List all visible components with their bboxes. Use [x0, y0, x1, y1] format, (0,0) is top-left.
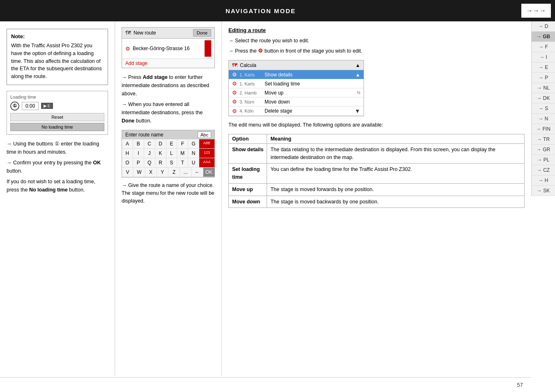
note-box: Note: With the Traffic Assist Pro Z302 y… — [7, 29, 108, 85]
row5-label: Delete stage — [265, 108, 352, 114]
key-G[interactable]: G — [188, 139, 199, 148]
right-nav-item[interactable]: → H — [532, 175, 555, 186]
right-nav-item[interactable]: → S — [532, 104, 555, 114]
page-title: NAVIGATION MODE — [0, 7, 521, 14]
key-Z[interactable]: Z — [168, 168, 180, 177]
key-P[interactable]: P — [133, 158, 144, 167]
row3-icon: ⚙ — [232, 90, 237, 96]
mid-instruction-1: → Press Add stage to enter further inter… — [122, 73, 215, 98]
meaning-set-loading: You can define the loading time for the … — [267, 164, 525, 184]
edit-menu-row-1[interactable]: ⚙ 1. Karls Show details ▲ — [229, 70, 364, 79]
right-nav-item[interactable]: → F — [532, 42, 555, 52]
mid-instructions: → Press Add stage to enter further inter… — [122, 73, 215, 125]
right-nav-item[interactable]: → FIN — [532, 124, 555, 134]
right-sidebar-nav: → D→ GB→ F→ I→ E→ P→ NL→ DK→ S→ N→ FIN→ … — [531, 21, 555, 196]
right-nav-item[interactable]: → I — [532, 52, 555, 62]
right-nav-item[interactable]: → GB — [532, 32, 555, 42]
edit-menu-row-2[interactable]: ⚙ 1. Karls Set loading time — [229, 79, 364, 88]
edit-menu-row-4[interactable]: ⚙ 3. Nürn Move down — [229, 97, 364, 106]
note-text: With the Traffic Assist Pro Z302 you hav… — [11, 42, 104, 81]
left-column: Note: With the Traffic Assist Pro Z302 y… — [0, 21, 115, 376]
key-V[interactable]: V — [122, 168, 134, 177]
keyboard-row-2: H I J K L M N 123 — [122, 149, 214, 158]
edit-menu-widget: 🗺 Calcula ▲ ⚙ 1. Karls Show details ▲ ⚙ … — [228, 60, 364, 116]
main-content: Note: With the Traffic Assist Pro Z302 y… — [0, 21, 531, 376]
key-K[interactable]: K — [155, 149, 166, 158]
key-F[interactable]: F — [177, 139, 188, 148]
key-B[interactable]: B — [133, 139, 144, 148]
desc-text: The edit menu will be displayed. The fol… — [228, 121, 525, 129]
right-nav-item[interactable]: → P — [532, 73, 555, 83]
row4-label: Move down — [265, 99, 360, 105]
key-J[interactable]: J — [144, 149, 155, 158]
editing-instructions: → Select the route you wish to edit. → P… — [228, 37, 525, 55]
edit-header-text: Calcula — [240, 62, 256, 68]
row2-addr: 1. Karls — [240, 81, 262, 86]
key-E[interactable]: E — [166, 139, 177, 148]
edit-menu-row-3[interactable]: ⚙ 2. Hamb Move up ½ — [229, 88, 364, 97]
row5-addr: 4. Köln — [240, 108, 262, 113]
row2-label: Set loading time — [265, 81, 360, 87]
right-nav-item[interactable]: → PL — [532, 155, 555, 165]
key-abc-special[interactable]: ABE — [199, 139, 214, 148]
right-nav-item[interactable]: → D — [532, 21, 555, 32]
key-L[interactable]: L — [166, 149, 177, 158]
keyboard-widget: Enter route name Abc A B C D E F G ABE H… — [122, 130, 215, 178]
loading-widget-title: Loading time — [10, 95, 104, 99]
key-C[interactable]: C — [144, 139, 155, 148]
right-nav-item[interactable]: → DK — [532, 93, 555, 104]
right-nav-item[interactable]: → SK — [532, 186, 555, 196]
key-R[interactable]: R — [155, 158, 166, 167]
right-nav-item[interactable]: → TR — [532, 134, 555, 145]
route-widget-title: New route — [131, 30, 193, 36]
table-row-set-loading: Set loadingtime You can define the loadi… — [229, 164, 525, 184]
key-Y[interactable]: Y — [157, 168, 168, 177]
col-meaning: Meaning — [267, 134, 525, 143]
key-W[interactable]: W — [134, 168, 145, 177]
right-nav-item[interactable]: → GR — [532, 145, 555, 155]
scroll-area[interactable] — [205, 40, 211, 57]
row3-label: Move up — [265, 90, 355, 96]
right-nav-item[interactable]: → NL — [532, 83, 555, 93]
key-U[interactable]: U — [188, 158, 199, 167]
loading-circle-btn-1[interactable]: ① — [10, 101, 19, 111]
key-N[interactable]: N — [188, 149, 199, 158]
key-O[interactable]: O — [122, 158, 133, 167]
key-aaa-special[interactable]: AAA — [199, 158, 214, 167]
key-dots[interactable]: ... — [180, 168, 191, 177]
right-nav-item[interactable]: → N — [532, 114, 555, 124]
table-row-show-details: Show details The data relating to the in… — [229, 143, 525, 164]
edit-menu-row-5[interactable]: ⚙ 4. Köln Delete stage ▼ — [229, 106, 364, 116]
play-button[interactable]: ▶① — [41, 103, 53, 109]
right-nav-item[interactable]: → E — [532, 62, 555, 73]
no-loading-button[interactable]: No loading time — [10, 123, 104, 131]
key-T[interactable]: T — [177, 158, 188, 167]
key-A[interactable]: A — [122, 139, 133, 148]
key-I[interactable]: I — [133, 149, 144, 158]
right-nav-item[interactable]: → CZ — [532, 165, 555, 175]
key-H[interactable]: H — [122, 149, 133, 158]
row3-addr: 2. Hamb — [240, 90, 262, 95]
key-D[interactable]: D — [155, 139, 166, 148]
add-stage-row[interactable]: Add stage — [122, 59, 214, 68]
key-123-special[interactable]: 123 — [199, 149, 214, 158]
edit-instruction-1: → Select the route you wish to edit. — [228, 37, 525, 45]
editing-title: Editing a route — [228, 27, 525, 33]
key-X[interactable]: X — [145, 168, 157, 177]
loading-time-widget: Loading time ① 0:00 ▶① Reset No loading … — [7, 91, 108, 135]
reset-button[interactable]: Reset — [10, 113, 104, 121]
done-button[interactable]: Done — [193, 29, 211, 37]
edit-instruction-2: → Press the ⚙ button in front of the sta… — [228, 47, 525, 55]
table-row-move-up: Move up The stage is moved forwards by o… — [229, 183, 525, 196]
key-M[interactable]: M — [177, 149, 188, 158]
keyboard-row-1: A B C D E F G ABE — [122, 139, 214, 149]
key-Q[interactable]: Q — [144, 158, 155, 167]
edit-header-icon: 🗺 — [232, 62, 237, 68]
route-widget: 🗺 New route Done ⚙ Becker-Göring-Strasse… — [122, 27, 215, 68]
options-table: Option Meaning Show details The data rel… — [228, 134, 525, 208]
key-backspace[interactable]: ← — [192, 168, 203, 177]
abc-button[interactable]: Abc — [198, 131, 211, 138]
key-S[interactable]: S — [166, 158, 177, 167]
right-column: Editing a route → Select the route you w… — [222, 21, 531, 376]
key-ok[interactable]: OK — [203, 168, 214, 177]
